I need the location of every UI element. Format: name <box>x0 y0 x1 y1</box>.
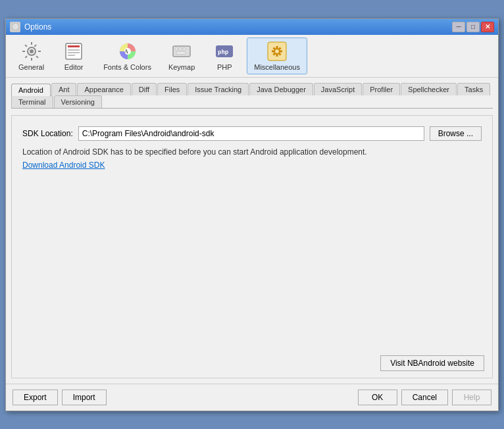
tab-java-debugger[interactable]: Java Debugger <box>249 83 313 95</box>
sdk-location-label: SDK Location: <box>22 129 73 138</box>
toolbar-item-general[interactable]: General <box>11 38 51 74</box>
svg-rect-21 <box>276 54 278 57</box>
tab-files[interactable]: Files <box>157 83 187 95</box>
export-button[interactable]: Export <box>13 390 58 405</box>
toolbar-item-editor[interactable]: Editor <box>54 38 93 74</box>
bottom-left-buttons: Export Import <box>13 390 107 405</box>
toolbar-item-php[interactable]: php PHP <box>205 38 244 74</box>
svg-text:A: A <box>124 49 128 55</box>
miscellaneous-icon <box>266 41 288 62</box>
toolbar-item-keymap[interactable]: Keymap <box>161 38 202 74</box>
svg-rect-20 <box>276 46 278 49</box>
tab-spellchecker[interactable]: Spellchecker <box>401 83 457 95</box>
tab-issue-tracking[interactable]: Issue Tracking <box>188 83 249 95</box>
svg-rect-11 <box>175 48 178 50</box>
svg-text:php: php <box>218 49 229 55</box>
svg-rect-10 <box>173 46 190 57</box>
tab-android[interactable]: Android <box>11 84 51 96</box>
toolbar-item-fonts-colors[interactable]: A Fonts & Colors <box>96 38 159 74</box>
tab-profiler[interactable]: Profiler <box>363 83 400 95</box>
cancel-button[interactable]: Cancel <box>401 390 448 405</box>
tab-javascript[interactable]: JavaScript <box>314 83 362 95</box>
svg-point-19 <box>275 49 279 53</box>
tab-terminal[interactable]: Terminal <box>11 95 53 108</box>
svg-rect-3 <box>68 45 80 47</box>
editor-label: Editor <box>64 63 84 71</box>
download-link[interactable]: Download Android SDK <box>22 161 105 170</box>
general-label: General <box>18 63 44 71</box>
tab-ant[interactable]: Ant <box>51 83 77 95</box>
bottom-right-buttons: OK Cancel Help <box>358 390 491 405</box>
close-button[interactable]: ✕ <box>481 22 494 32</box>
visit-website-button[interactable]: Visit NBAndroid website <box>380 355 484 371</box>
svg-rect-12 <box>179 48 182 50</box>
title-bar-left: ⚙ Options <box>10 22 51 32</box>
tab-versioning[interactable]: Versioning <box>54 95 102 108</box>
editor-icon <box>63 41 84 62</box>
content-area: Android Ant Appearance Diff Files Issue … <box>6 78 498 384</box>
php-label: PHP <box>217 63 232 71</box>
tabs-container: Android Ant Appearance Diff Files Issue … <box>11 83 493 109</box>
miscellaneous-label: Miscellaneous <box>254 63 300 71</box>
svg-rect-14 <box>176 52 186 54</box>
panel-footer: Visit NBAndroid website <box>380 355 484 371</box>
svg-rect-23 <box>280 50 282 52</box>
svg-rect-22 <box>272 50 274 52</box>
tab-tasks[interactable]: Tasks <box>457 83 490 95</box>
tab-diff[interactable]: Diff <box>132 83 157 95</box>
import-button[interactable]: Import <box>62 390 107 405</box>
svg-point-1 <box>30 49 34 53</box>
window-title: Options <box>24 22 51 32</box>
window-icon: ⚙ <box>10 22 20 32</box>
fonts-colors-icon: A <box>117 41 138 62</box>
title-controls: ─ □ ✕ <box>452 22 494 32</box>
options-window: ⚙ Options ─ □ ✕ General <box>5 18 499 411</box>
php-icon: php <box>214 41 235 62</box>
title-bar: ⚙ Options ─ □ ✕ <box>6 19 498 35</box>
sdk-location-row: SDK Location: Browse ... <box>22 126 482 141</box>
bottom-bar: Export Import OK Cancel Help <box>6 384 498 411</box>
keymap-icon <box>171 41 192 62</box>
keymap-label: Keymap <box>168 63 195 71</box>
sdk-location-input[interactable] <box>78 126 424 141</box>
help-button[interactable]: Help <box>452 390 491 405</box>
svg-rect-13 <box>183 48 186 50</box>
minimize-button[interactable]: ─ <box>452 22 465 32</box>
fonts-colors-label: Fonts & Colors <box>103 63 151 71</box>
maximize-button[interactable]: □ <box>466 22 480 32</box>
android-panel: SDK Location: Browse ... Location of And… <box>11 115 493 378</box>
toolbar: General Editor <box>6 35 498 78</box>
tab-appearance[interactable]: Appearance <box>77 83 130 95</box>
ok-button[interactable]: OK <box>358 390 397 405</box>
toolbar-item-miscellaneous[interactable]: Miscellaneous <box>247 38 307 74</box>
browse-button[interactable]: Browse ... <box>430 126 482 141</box>
info-text: Location of Android SDK has to be specif… <box>22 147 482 157</box>
general-icon <box>21 41 42 62</box>
